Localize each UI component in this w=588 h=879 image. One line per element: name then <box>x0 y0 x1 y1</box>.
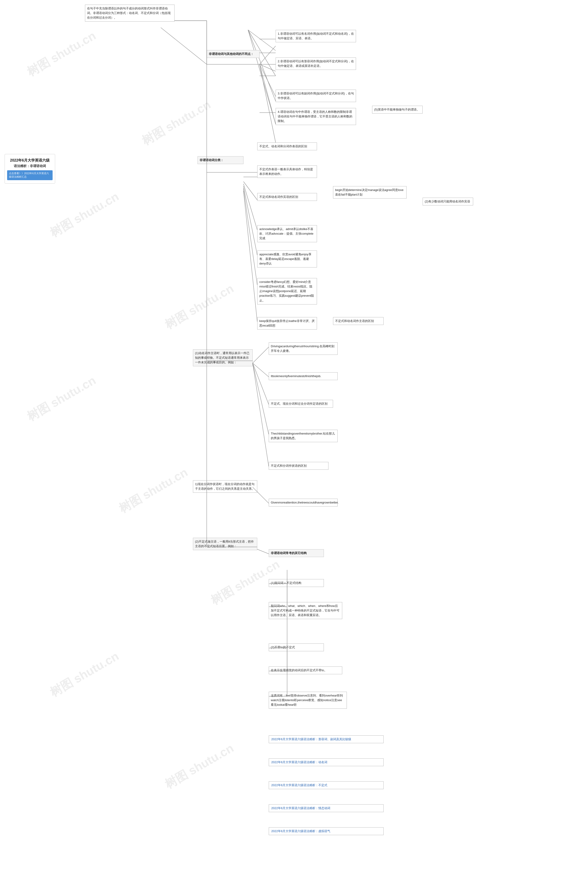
year-label: 2022年6月大学英语六级 <box>7 158 52 164</box>
branch4-sub3-detail: 在表示生理感觉的动词后的不定式不带to。 <box>269 666 342 674</box>
branch2-sub10: 不定式和动名词作主语的区别 <box>333 317 384 325</box>
branch2-sub6: acknowledge承认、admit承认dislike不喜欢、讨厌advoca… <box>257 225 317 242</box>
svg-line-9 <box>260 65 276 143</box>
subtitle: 语法精析：非谓语动词 <box>7 164 52 168</box>
svg-line-8 <box>260 65 276 124</box>
branch2-sub7: appreciate感激、欣赏avoid避免enjoy享有、喜爱delay延迟e… <box>257 251 317 267</box>
branch4-sub2: (1)疑问词＋不定式结构 <box>269 579 324 587</box>
branch2-title: 非谓语动词分类： <box>198 156 243 164</box>
branch2-sub4: begin开始determine决定manage设法agree同意love喜欢f… <box>333 186 406 198</box>
root-description: 在句子中充当除谓语以外的句子成分的动词形式叫作非谓语动词。非谓语动词分为三种形式… <box>85 5 175 22</box>
branch4-sub3: (2)不带to的不定式 <box>269 643 324 651</box>
branch1-item1: 1.非谓语动词可以有名词作用(如动词不定式和动名词)，在句中做定语、宾语、表语。 <box>276 30 356 42</box>
click-btn[interactable]: 点击查看》》2022年6月大学英语六级语法精析汇总 <box>7 170 52 180</box>
branch1-item5: (5)英语中不能单独做句子的谓语。 <box>372 106 423 114</box>
branch3-ex4: Givenmoreattention,thetreescouldhavegrow… <box>269 499 338 506</box>
branch4-title: (2)不定式做主语，一般用it当形式主语，把作主语的不定式短语后置。例如： <box>193 538 257 550</box>
branch3-ex2: Ittookmeonlyfiveminutestofinishthejob. <box>269 372 338 380</box>
branch3-sub2: 不定式和分词作状语的区别 <box>269 462 328 470</box>
branch3-ex3: Thechildstandingoverthereiismybrother.站在… <box>269 430 338 442</box>
branch2-sub8: consider考虑fancy幻想、爱好mind介意miss错过finish完成… <box>257 278 317 305</box>
branch1-item3: 3.非谓语动词可以有副词作用(如动词不定式和分词)，在句中作状语。 <box>276 90 356 102</box>
branch1-title: 非谓语动词与其他动词的不同点： <box>207 50 260 58</box>
branch2-sub2: 不定式作表语一般表示具体动作，特别是表示将来的动作。 <box>257 165 317 178</box>
svg-line-0 <box>248 30 276 51</box>
svg-line-2 <box>248 30 276 101</box>
branch3-ex1: Drivingacarduringtherushhouristiring.在高峰… <box>269 343 338 355</box>
branch4-sub1: 非谓语动词常考的其它结构 <box>269 549 324 557</box>
branch2-sub9: keep保持quit放弃停止loathe非常讨厌、厌恶recall回想 <box>257 317 317 329</box>
branch3-sub2-1: 1)现在分词作状语时，现在分词的动作就是句子主语的动作，它们之间的关系是主动关系… <box>193 480 257 493</box>
branch3-sub1: 不定式、现在分词和过去分词作定语的区别 <box>269 400 333 408</box>
branch2-sub5: (2)有少数动词只能用动名词作宾语 <box>423 198 473 206</box>
branch1-item2: 2.非谓语动词可以有形容词作用(如动词不定式和分词)，在句中做定语、表语或英语补… <box>276 57 356 70</box>
left-sidebar-card: 2022年6月大学英语六级 语法精析：非谓语动词 点击查看》》2022年6月大学… <box>4 154 55 183</box>
svg-line-4 <box>161 28 207 65</box>
svg-line-7 <box>260 65 276 96</box>
bottom-link-4[interactable]: 2022年6月大学英语六级语法精析：情态动词 <box>269 804 384 812</box>
svg-line-3 <box>248 30 276 124</box>
svg-line-6 <box>260 65 276 71</box>
branch1-item4: 4.谓语动词在句中作谓语，受主语的人称和数的限制非谓语动词在句中不能单独作谓语，… <box>276 108 356 125</box>
branch2-sub1: 不定式、动名词和分词作表语的区别 <box>257 143 317 150</box>
branch2-sub3: 不定式和动名词作宾语的区别 <box>257 193 317 201</box>
bottom-link-1[interactable]: 2022年6月大学英语六级语法精析：形容词、副词及其比较级 <box>269 735 384 743</box>
bottom-link-3[interactable]: 2022年6月大学英语六级语法精析：不定式 <box>269 781 384 789</box>
branch3-title: (1)动名词作主语时，通常用以表示一件已知的事或经验。不定式短语通常用来表示一件… <box>193 349 253 366</box>
svg-line-5 <box>260 46 276 65</box>
branch4-sub2-detail: 疑问词who、what、which、when、where和how后加不定式可构成… <box>269 602 342 619</box>
bottom-link-2[interactable]: 2022年6月大学英语六级语法精析：动名词 <box>269 758 384 766</box>
branch4-sub3-detail2: 这类词有：feel觉得observe注意到、看到overhear听到watch注… <box>269 692 347 709</box>
bottom-link-5[interactable]: 2022年6月大学英语六级语法精析：虚拟语气 <box>269 827 384 835</box>
